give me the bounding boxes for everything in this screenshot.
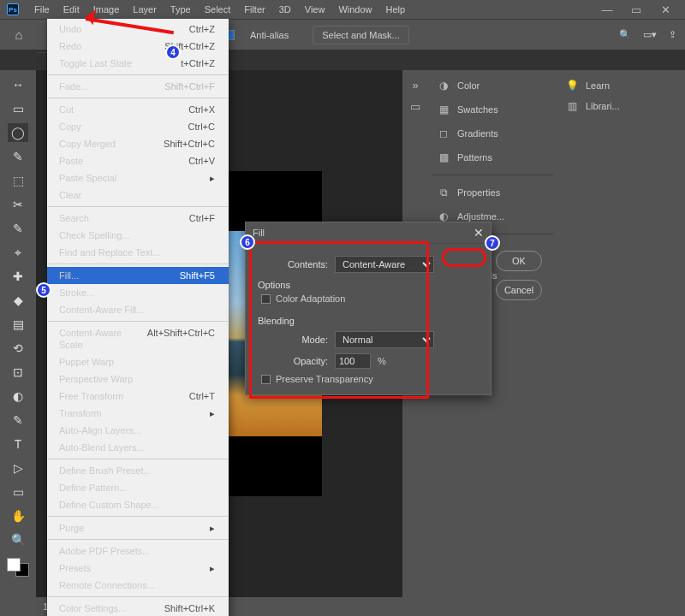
panel-gradients[interactable]: ◻Gradients [432, 123, 553, 144]
menu-window[interactable]: Window [331, 2, 378, 17]
share-icon[interactable]: ⇪ [669, 29, 676, 40]
menuitem-toggle-last-state[interactable]: Toggle Last Statet+Ctrl+Z [47, 55, 229, 72]
history-icon[interactable]: ▭ [410, 100, 420, 113]
tool-7[interactable]: ⌖ [8, 243, 28, 262]
tool-2[interactable]: ◯ [8, 123, 28, 142]
tool-16[interactable]: ▷ [8, 459, 28, 477]
tool-0[interactable]: ↔ [8, 75, 28, 94]
mode-select[interactable]: Normal [335, 331, 434, 348]
menuitem-search[interactable]: SearchCtrl+F [47, 210, 229, 227]
panel-properties[interactable]: ⧉Properties [432, 182, 553, 203]
menuitem-paste-special[interactable]: Paste Special▸ [47, 169, 229, 187]
menuitem-purge[interactable]: Purge▸ [47, 519, 229, 536]
menuitem-content-aware-scale[interactable]: Content-Aware ScaleAlt+Shift+Ctrl+C [47, 324, 229, 353]
tool-17[interactable]: ▭ [8, 483, 28, 501]
panel-learn[interactable]: 💡Learn [560, 75, 682, 96]
adjustme...-icon: ◐ [437, 210, 450, 222]
antialias-label: Anti-alias [250, 30, 289, 40]
preserve-transparency-checkbox[interactable] [261, 375, 271, 384]
menuitem-paste[interactable]: PasteCtrl+V [47, 152, 229, 169]
mode-label: Mode: [256, 335, 328, 345]
panel-librari[interactable]: ▥Librari... [560, 96, 682, 116]
menuitem-define-brush-preset[interactable]: Define Brush Preset... [47, 462, 229, 479]
menu-view[interactable]: View [298, 2, 332, 17]
cancel-button[interactable]: Cancel [496, 280, 542, 300]
window-close[interactable]: ✕ [652, 3, 678, 16]
menu-help[interactable]: Help [379, 2, 413, 17]
menuitem-undo[interactable]: UndoCtrl+Z [47, 21, 229, 38]
menuitem-stroke[interactable]: Stroke... [47, 284, 229, 301]
menuitem-adobe-pdf-presets[interactable]: Adobe PDF Presets... [47, 542, 229, 560]
panel-patterns[interactable]: ▩Patterns [432, 147, 553, 168]
tool-8[interactable]: ✚ [8, 267, 28, 286]
menuitem-fill[interactable]: Fill...Shift+F5 [47, 267, 229, 284]
menu-filter[interactable]: Filter [237, 2, 271, 17]
menuitem-auto-blend-layers: Auto-Blend Layers... [47, 439, 229, 456]
menu-layer[interactable]: Layer [126, 2, 164, 17]
menuitem-cut[interactable]: CutCtrl+X [47, 101, 229, 118]
tool-11[interactable]: ⟲ [8, 339, 28, 358]
menu-file[interactable]: File [27, 2, 57, 17]
menuitem-copy-merged[interactable]: Copy MergedShift+Ctrl+C [47, 135, 229, 152]
color-adaptation-checkbox[interactable] [261, 294, 271, 304]
menuitem-auto-align-layers: Auto-Align Layers... [47, 422, 229, 439]
tool-18[interactable]: ✋ [8, 506, 28, 525]
search-icon[interactable]: 🔍 [619, 29, 631, 40]
tool-5[interactable]: ✂ [8, 195, 28, 214]
panel-color[interactable]: ◑Color [432, 75, 553, 96]
blending-heading: Blending [258, 316, 482, 326]
menuitem-puppet-warp[interactable]: Puppet Warp [47, 353, 229, 370]
close-icon[interactable]: ✕ [474, 226, 484, 240]
tool-3[interactable]: ✎ [8, 147, 28, 166]
fill-dialog: Fill ✕ Contents: Content-Aware Options C… [245, 222, 491, 395]
menuitem-free-transform[interactable]: Free TransformCtrl+T [47, 388, 229, 405]
librari...-icon: ▥ [565, 100, 579, 112]
learn-icon: 💡 [565, 80, 579, 92]
tool-15[interactable]: T [8, 435, 28, 453]
window-minimize[interactable]: — [594, 3, 620, 16]
tool-13[interactable]: ◐ [8, 387, 28, 406]
menuitem-content-aware-fill[interactable]: Content-Aware Fill... [47, 301, 229, 318]
panel-swatches[interactable]: ▦Swatches [432, 99, 553, 120]
opacity-label: Opacity: [256, 356, 328, 366]
menu-edit[interactable]: Edit [57, 2, 86, 17]
tool-1[interactable]: ▭ [8, 99, 28, 118]
select-and-mask-button[interactable]: Select and Mask... [313, 26, 409, 44]
opacity-input[interactable] [335, 353, 371, 369]
tool-4[interactable]: ⬚ [8, 171, 28, 190]
app-logo: Ps [7, 3, 19, 15]
expand-panels-icon[interactable]: » [412, 79, 418, 92]
menuitem-presets[interactable]: Presets▸ [47, 560, 229, 577]
workspace-icon[interactable]: ▭▾ [643, 29, 657, 40]
gradients-icon: ◻ [437, 127, 450, 139]
tool-6[interactable]: ✎ [8, 219, 28, 238]
menu-image[interactable]: Image [86, 2, 127, 17]
menu-type[interactable]: Type [164, 2, 198, 17]
menu-select[interactable]: Select [198, 2, 238, 17]
home-button[interactable]: ⌂ [9, 25, 29, 45]
panel-column-2: 💡Learn▥Librari... [557, 70, 685, 597]
tool-19[interactable]: 🔍 [8, 530, 28, 549]
menuitem-perspective-warp[interactable]: Perspective Warp [47, 370, 229, 388]
tool-9[interactable]: ◆ [8, 291, 28, 310]
menuitem-transform[interactable]: Transform▸ [47, 405, 229, 422]
tool-14[interactable]: ✎ [8, 411, 28, 429]
window-restore[interactable]: ▭ [623, 3, 649, 16]
menuitem-color-settings[interactable]: Color Settings...Shift+Ctrl+K [47, 600, 229, 616]
tool-12[interactable]: ⊡ [8, 363, 28, 382]
menu-3d[interactable]: 3D [272, 2, 298, 17]
properties-icon: ⧉ [437, 187, 450, 198]
menuitem-check-spelling[interactable]: Check Spelling... [47, 227, 229, 244]
options-heading: Options [258, 280, 482, 290]
tool-10[interactable]: ▤ [8, 315, 28, 334]
contents-select[interactable]: Content-Aware [335, 256, 434, 273]
swatch-fg-bg[interactable] [7, 558, 29, 577]
ok-button[interactable]: OK [496, 251, 542, 271]
menubar: Ps FileEditImageLayerTypeSelectFilter3DV… [0, 0, 685, 19]
menuitem-define-pattern[interactable]: Define Pattern... [47, 479, 229, 496]
menuitem-find-and-replace-text[interactable]: Find and Replace Text... [47, 244, 229, 261]
menuitem-remote-connections[interactable]: Remote Connections... [47, 577, 229, 594]
menuitem-clear[interactable]: Clear [47, 187, 229, 204]
menuitem-redo[interactable]: RedoShift+Ctrl+Z [47, 38, 229, 55]
menuitem-copy[interactable]: CopyCtrl+C [47, 118, 229, 135]
